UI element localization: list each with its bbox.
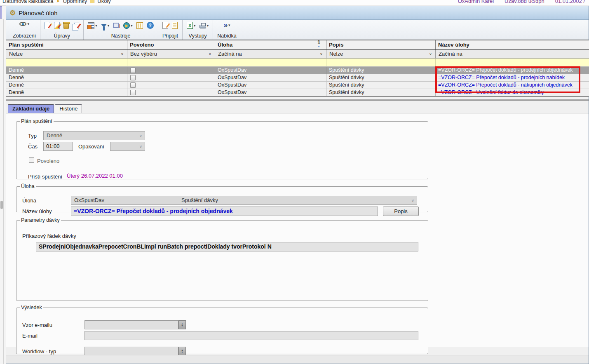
filter-input-row <box>6 59 589 67</box>
left-gutter <box>0 5 6 364</box>
period-label: Uzáv.obd úč/dph <box>505 0 544 4</box>
prikazovy-radek-input[interactable]: SProdejniObjednavkaPrepocetCronBLImpl ru… <box>36 242 418 251</box>
email-input[interactable] <box>84 331 418 340</box>
toolbar-group-label: Zobrazení <box>13 32 36 39</box>
filter-input[interactable] <box>6 59 127 66</box>
menu-arrows-button[interactable]: » ▾ <box>223 22 230 28</box>
eye-view-button[interactable]: ▾ <box>19 22 29 26</box>
filter-input[interactable] <box>215 59 326 66</box>
breadcrumb-item[interactable]: Datumová kalkulačka <box>2 0 54 4</box>
opakovani-label: Opakování <box>78 143 104 150</box>
filter-row: Nelze∨ Bez výběru∨ Začíná na∨ Nelze∨ Zač… <box>6 50 589 59</box>
chevron-down-icon: ▾ <box>131 23 133 28</box>
uloha-description: Spuštění dávky <box>181 196 218 204</box>
gutter-divider <box>3 19 4 364</box>
filter-select[interactable]: Bez výběru∨ <box>127 50 215 58</box>
scheduler-clock-button[interactable]: ▾ <box>123 22 133 29</box>
cas-label: Čas <box>28 143 38 150</box>
table-row[interactable]: Denně OxSpustDav Spuštění dávky =VZOR-OR… <box>6 89 589 96</box>
povoleno-checkbox[interactable] <box>130 68 136 73</box>
task-table: Plán spuštění Povoleno Úloha 1 ▼ Popis N… <box>6 40 589 97</box>
filter-select[interactable]: Nelze∨ <box>6 50 127 58</box>
menu-arrows-icon: » <box>223 22 227 28</box>
povoleno-checkbox[interactable] <box>130 75 136 80</box>
breadcrumb-item[interactable]: Úkoly <box>97 0 111 4</box>
attach-note-icon <box>162 22 168 29</box>
spinner-down-icon: ▼ <box>181 351 183 353</box>
column-header[interactable]: Plán spuštění <box>6 40 127 49</box>
settings-button[interactable] <box>136 22 143 29</box>
tab-content: Plán spuštění Typ Denně ∨ Čas 01:00 Opak… <box>6 113 589 347</box>
toolbar-group-label: Nástroje <box>88 32 154 39</box>
table-row[interactable]: Denně OxSpustDav Spuštění dávky =VZOR-OR… <box>6 74 589 82</box>
edit-record-button[interactable] <box>54 22 60 29</box>
window-titlebar: ⚙ Plánovač úloh <box>6 6 589 20</box>
spinner-down-icon: ▼ <box>181 325 183 327</box>
vzor-emailu-lookup-button[interactable]: ▲▼ <box>178 320 186 329</box>
collapsed-panel-tab[interactable] <box>0 6 2 19</box>
typ-label: Typ <box>28 133 37 139</box>
chevron-down-icon: ▾ <box>95 23 97 28</box>
user-info: OxAdmin Karel Uzáv.obd úč/dph 01.01.2002… <box>458 0 585 4</box>
column-header[interactable]: Popis <box>326 40 436 49</box>
splitter-grip[interactable] <box>0 201 3 209</box>
filter-icon <box>101 24 107 28</box>
column-header[interactable]: Povoleno <box>127 40 215 49</box>
chevron-down-icon: ▾ <box>228 23 230 27</box>
chevron-down-icon: ▾ <box>207 23 209 28</box>
column-header[interactable]: Úloha 1 ▼ <box>215 40 326 49</box>
opakovani-dropdown[interactable]: ∨ <box>110 142 145 151</box>
uloha-section: Úloha Úloha OxSpustDav Spuštění dávky ∨ … <box>16 183 428 212</box>
copy-record-button[interactable] <box>73 23 79 29</box>
povoleno-checkbox[interactable] <box>130 82 136 88</box>
sort-arrow-icon: ▼ <box>317 45 320 49</box>
attach-note-button[interactable] <box>162 22 168 29</box>
popis-button[interactable]: Popis <box>383 207 419 216</box>
section-legend: Výsledek <box>20 305 43 310</box>
filter-button[interactable]: ▾ <box>101 23 110 28</box>
workflow-typ-lookup-button[interactable]: ▲▼ <box>178 347 186 356</box>
toolbar-group-nastroje: ▾ ▾ ▾ ? Nástroje <box>84 20 158 40</box>
filter-select[interactable]: Začíná na∨ <box>215 50 326 58</box>
column-header[interactable]: Název úlohy <box>436 40 589 49</box>
toolbar-group-label: Výstupy <box>187 32 209 39</box>
section-legend: Plán spuštění <box>20 118 54 124</box>
breadcrumb-item[interactable]: Upomínky <box>63 0 87 4</box>
window-title: Plánovač úloh <box>19 9 57 16</box>
sort-button[interactable]: ▾ <box>88 22 97 29</box>
chevron-down-icon: ∨ <box>121 50 124 58</box>
period-value: 01.01.2002 / <box>555 0 585 4</box>
section-legend: Parametry dávky <box>20 217 61 223</box>
delete-record-button[interactable] <box>63 22 69 29</box>
vzor-emailu-input[interactable] <box>84 320 178 329</box>
tab-zakladni-udaje[interactable]: Základní údaje <box>8 104 54 113</box>
excel-export-button[interactable]: X ▾ <box>187 22 196 29</box>
workflow-typ-input[interactable] <box>84 347 178 356</box>
povoleno-checkbox[interactable] <box>130 90 136 95</box>
tasks-icon <box>90 0 94 3</box>
typ-dropdown[interactable]: Denně ∨ <box>43 131 145 140</box>
filter-input[interactable] <box>436 59 589 66</box>
vzor-emailu-label: Vzor e-mailu <box>22 322 52 328</box>
gap <box>6 101 589 104</box>
copy-record-icon <box>74 23 79 29</box>
filter-select[interactable]: Začíná na <box>436 50 589 58</box>
povoleno-form-checkbox[interactable] <box>29 157 34 163</box>
print-icon <box>199 25 206 28</box>
table-row[interactable]: Denně OxSpustDav Spuštění dávky =VZOR-OR… <box>6 67 589 74</box>
filter-input[interactable] <box>127 59 215 66</box>
tab-historie[interactable]: Historie <box>55 104 82 113</box>
table-row[interactable]: Denně OxSpustDav Spuštění dávky =VZOR-OR… <box>6 82 589 89</box>
cas-input[interactable]: 01:00 <box>43 142 73 151</box>
chevron-down-icon: ∨ <box>320 50 323 58</box>
filter-input[interactable] <box>326 59 436 66</box>
section-legend: Úloha <box>20 183 36 189</box>
uloha-dropdown[interactable]: OxSpustDav Spuštění dávky ∨ <box>71 196 417 205</box>
help-button[interactable]: ? <box>147 22 154 29</box>
filter-select[interactable]: Nelze∨ <box>326 50 436 58</box>
new-record-button[interactable] <box>45 22 50 29</box>
attach-list-button[interactable] <box>172 22 178 29</box>
print-button[interactable]: ▾ <box>199 22 209 28</box>
merge-button[interactable] <box>113 23 120 28</box>
nazev-ulohy-input[interactable]: =VZOR-ORCZ= Přepočet dokladů - prodejníc… <box>71 207 378 216</box>
